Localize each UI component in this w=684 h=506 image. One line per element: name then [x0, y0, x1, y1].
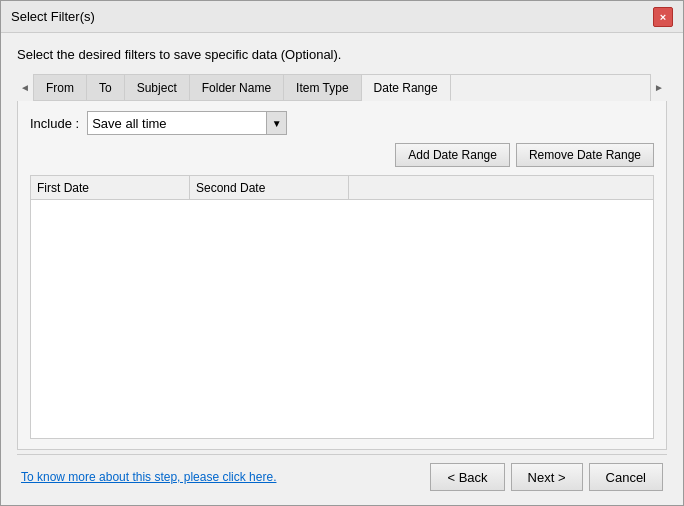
dialog-body: Select the desired filters to save speci…: [1, 33, 683, 505]
tab-scroll-right-icon[interactable]: ►: [651, 76, 667, 100]
next-button[interactable]: Next >: [511, 463, 583, 491]
date-table-body: [31, 200, 653, 438]
tab-date-range[interactable]: Date Range: [362, 75, 451, 101]
tabs-wrapper: From To Subject Folder Name Item Type Da…: [33, 74, 651, 101]
first-date-column-header: First Date: [31, 176, 190, 199]
description-text: Select the desired filters to save speci…: [17, 47, 667, 62]
filter-select-wrapper: Save all time Custom Date Range Today La…: [87, 111, 287, 135]
main-content-area: Include : Save all time Custom Date Rang…: [17, 101, 667, 450]
footer-buttons: < Back Next > Cancel: [430, 463, 663, 491]
dialog-footer: To know more about this step, please cli…: [17, 454, 667, 495]
include-label: Include :: [30, 116, 79, 131]
close-button[interactable]: ×: [653, 7, 673, 27]
date-range-buttons: Add Date Range Remove Date Range: [30, 143, 654, 167]
tab-item-type[interactable]: Item Type: [284, 75, 361, 101]
cancel-button[interactable]: Cancel: [589, 463, 663, 491]
date-table: First Date Second Date: [30, 175, 654, 439]
dialog: Select Filter(s) × Select the desired fi…: [0, 0, 684, 506]
help-link[interactable]: To know more about this step, please cli…: [21, 470, 276, 484]
date-table-header: First Date Second Date: [31, 176, 653, 200]
filter-row: Include : Save all time Custom Date Rang…: [30, 111, 654, 135]
tabs-container: ◄ From To Subject Folder Name Item Type: [17, 74, 667, 101]
include-dropdown[interactable]: Save all time Custom Date Range Today La…: [88, 112, 266, 134]
dropdown-arrow-icon[interactable]: ▼: [266, 112, 286, 134]
back-button[interactable]: < Back: [430, 463, 504, 491]
tab-folder-name[interactable]: Folder Name: [190, 75, 284, 101]
dialog-title: Select Filter(s): [11, 9, 95, 24]
tab-to[interactable]: To: [87, 75, 125, 101]
second-date-column-header: Second Date: [190, 176, 349, 199]
add-date-range-button[interactable]: Add Date Range: [395, 143, 510, 167]
title-bar: Select Filter(s) ×: [1, 1, 683, 33]
tab-subject[interactable]: Subject: [125, 75, 190, 101]
tab-scroll-left-icon[interactable]: ◄: [17, 76, 33, 100]
remove-date-range-button[interactable]: Remove Date Range: [516, 143, 654, 167]
tab-from[interactable]: From: [34, 75, 87, 101]
extra-column-header: [349, 176, 653, 199]
